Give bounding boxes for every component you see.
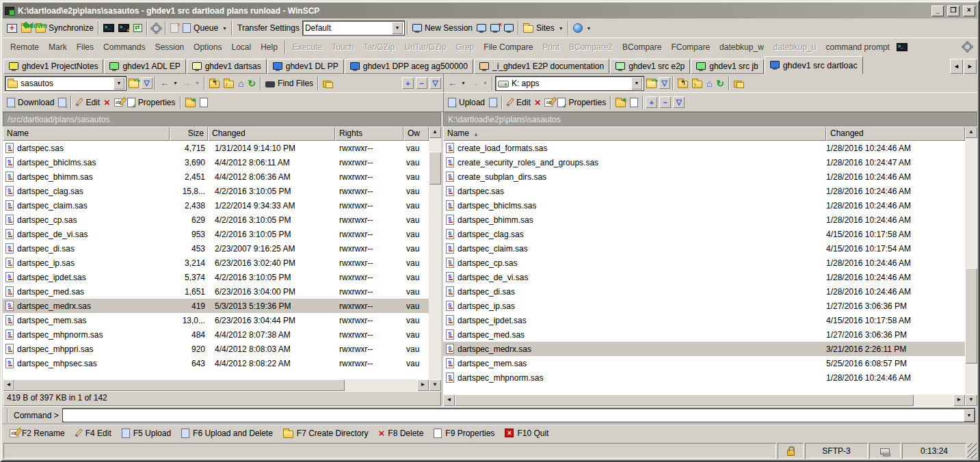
customize-gear-icon[interactable] <box>963 42 972 51</box>
tab-ghdev1-src-jb[interactable]: ghdev1 src jb <box>691 59 763 74</box>
fkey-create-directory[interactable]: F7 Create Directory <box>283 429 369 438</box>
file-row-dartspec-mhpnorm-sas[interactable]: dartspec_mhpnorm.sas4844/4/2012 8:07:38 … <box>3 327 429 342</box>
custom-command-command-prompt[interactable]: command prompt <box>821 40 895 54</box>
download-options-button[interactable]: ↓ <box>56 96 68 109</box>
scroll-right-icon[interactable]: ► <box>953 394 965 406</box>
left-new-folder-button[interactable]: ✶ <box>183 96 198 109</box>
menu-remote[interactable]: Remote <box>5 40 44 54</box>
file-row-dartspec-sas[interactable]: dartspec.sas4,7151/31/2014 9:14:10 PMrwx… <box>3 141 429 155</box>
file-row-dartspec-clag-sas[interactable]: dartspec_clag.sas15,8...4/2/2016 3:10:05… <box>3 184 429 198</box>
maximize-button[interactable]: ❐ <box>947 5 959 16</box>
right-forward-button[interactable]: →▼ <box>468 77 490 90</box>
file-row-dartspec-med-sas[interactable]: dartspec_med.sas1/27/2016 3:06:36 PM <box>443 327 965 342</box>
command-input[interactable] <box>63 409 964 421</box>
fkey-upload[interactable]: F5 Upload <box>122 429 171 438</box>
left-root-dir-button[interactable]: / <box>222 77 236 90</box>
file-row-dartspec-bhimm-sas[interactable]: dartspec_bhimm.sas2,4514/4/2012 8:06:36 … <box>3 169 429 184</box>
fkey-rename[interactable]: F2 Rename <box>10 429 65 438</box>
left-refresh-button[interactable]: ↻ <box>246 78 258 89</box>
scroll-down-icon[interactable]: ▼ <box>965 394 977 406</box>
file-row-dartspec-sas[interactable]: dartspec.sas1/28/2016 10:24:46 AM <box>443 184 965 198</box>
right-open-in-explorer-button[interactable] <box>628 96 640 109</box>
left-follow-link-button[interactable] <box>321 77 335 90</box>
fkey-quit[interactable]: ×F10 Quit <box>505 429 548 438</box>
scroll-right-icon[interactable]: ► <box>417 379 429 391</box>
left-columns-filter-button[interactable]: ▽ <box>429 77 441 89</box>
local-horizontal-scrollbar[interactable]: ◄ ► <box>443 394 965 406</box>
file-row-dartspec-bhiclms-sas[interactable]: dartspec_bhiclms.sas3,6904/4/2012 8:06:1… <box>3 155 429 169</box>
tab-ghdev1-src-dartloac[interactable]: ghdev1 src dartloac <box>765 56 863 74</box>
chevron-down-icon[interactable]: ▼ <box>114 77 124 90</box>
tab-ghdev1-projectnotes[interactable]: ghdev1 ProjectNotes <box>3 59 103 74</box>
menu-help[interactable]: Help <box>256 40 282 54</box>
file-row-dartspec-di-sas[interactable]: dartspec_di.sas4532/23/2007 9:16:25 AMrw… <box>3 241 429 256</box>
file-row-create-subplan-dirs-sas[interactable]: create_subplan_dirs.sas1/28/2016 10:24:4… <box>443 169 965 184</box>
file-row-dartspec-clag-sas[interactable]: dartspec_clag.sas4/15/2016 10:17:58 AM <box>443 227 965 241</box>
right-open-directory-button[interactable]: ↷ <box>644 77 659 90</box>
right-root-dir-button[interactable]: \ <box>690 77 704 90</box>
preferences-button[interactable] <box>150 23 163 34</box>
left-forward-button[interactable]: →▼ <box>180 77 202 90</box>
right-parent-dir-button[interactable]: ↰ <box>676 77 690 90</box>
updates-button[interactable]: ▼ <box>571 22 594 34</box>
tab-ghdev1-src-e2p[interactable]: ghdev1 src e2p <box>610 59 690 74</box>
find-files-button[interactable]: Find Files <box>263 77 315 90</box>
right-new-folder-button[interactable]: ✶ <box>613 96 628 109</box>
file-row-dartspec-de-vi-sas[interactable]: dartspec_de_vi.sas1/28/2016 10:24:46 AM <box>443 270 965 284</box>
right-refresh-button[interactable]: ↻ <box>714 78 726 89</box>
file-row-dartspec-mhppri-sas[interactable]: dartspec_mhppri.sas9204/4/2012 8:08:03 A… <box>3 342 429 356</box>
protocol-cell[interactable]: SFTP-3 <box>805 443 868 459</box>
file-row-dartspec-bhiclms-sas[interactable]: dartspec_bhiclms.sas1/28/2016 10:24:46 A… <box>443 198 965 213</box>
right-back-button[interactable]: ←▼ <box>446 77 468 90</box>
column-header-name[interactable]: Name▲ <box>443 126 826 141</box>
transfer-settings-combobox[interactable]: Default ▼ <box>302 21 405 36</box>
scroll-down-icon[interactable]: ▼ <box>429 379 441 391</box>
file-row-dartspec-med-sas[interactable]: dartspec_med.sas1,6516/23/2016 3:04:00 P… <box>3 284 429 299</box>
minimize-button[interactable]: _ <box>931 5 944 16</box>
left-rename-button[interactable] <box>112 97 125 108</box>
scrollbar-thumb[interactable] <box>14 379 345 391</box>
right-remove-column-button[interactable]: − <box>659 96 671 108</box>
synchronize-button[interactable]: �down Synchronize <box>34 22 96 34</box>
file-row-dartspec-di-sas[interactable]: dartspec_di.sas1/28/2016 10:24:46 AM <box>443 284 965 299</box>
menu-files[interactable]: Files <box>72 40 98 54</box>
local-vertical-scrollbar[interactable]: ▲ ▼ <box>965 126 977 406</box>
file-row-dartspec-ipdet-sas[interactable]: dartspec_ipdet.sas5,3744/2/2016 3:10:05 … <box>3 270 429 284</box>
left-back-button[interactable]: ←▼ <box>158 77 180 90</box>
file-row-create-load-formats-sas[interactable]: create_load_formats.sas1/28/2016 10:24:4… <box>443 141 965 155</box>
close-button[interactable]: × <box>963 5 975 16</box>
download-button[interactable]: ↓ Download <box>5 96 56 109</box>
left-remove-column-button[interactable]: − <box>416 77 427 89</box>
fkey-upload-and-delete[interactable]: F6 Upload and Delete <box>181 429 273 438</box>
command-prompt-button[interactable] <box>895 42 910 53</box>
file-row-dartspec-ip-sas[interactable]: dartspec_ip.sas1/27/2016 3:06:36 PM <box>443 299 965 313</box>
new-session-button[interactable]: New Session <box>410 22 475 34</box>
custom-command-fcompare[interactable]: FCompare <box>666 40 715 54</box>
file-row-dartspec-mhpsec-sas[interactable]: dartspec_mhpsec.sas6434/4/2012 8:08:22 A… <box>3 356 429 370</box>
scroll-left-icon[interactable]: ◄ <box>3 379 14 391</box>
menu-session[interactable]: Session <box>150 40 189 54</box>
column-header-changed[interactable]: Changed <box>208 126 335 141</box>
right-delete-button[interactable]: × <box>533 96 543 109</box>
right-properties-button[interactable]: ✓ Properties <box>555 96 608 109</box>
close-session-button[interactable]: × <box>488 23 502 34</box>
scrollbar-thumb[interactable] <box>455 394 914 406</box>
left-properties-button[interactable]: ✓ Properties <box>125 96 178 109</box>
session-time-cell[interactable]: 0:13:24 <box>902 443 966 459</box>
run-command-button[interactable]: ⚡︎ <box>116 23 131 33</box>
right-follow-link-button[interactable] <box>732 77 746 90</box>
left-directory-combobox[interactable]: sasautos ▼ <box>5 76 127 91</box>
chevron-down-icon[interactable]: ▼ <box>964 409 975 422</box>
file-row-create-security-roles-and-groups-sas[interactable]: create_security_roles_and_groups.sas1/28… <box>443 155 965 169</box>
network-cell[interactable] <box>869 443 901 459</box>
right-edit-button[interactable]: Edit <box>505 96 533 109</box>
right-columns-filter-button[interactable]: ▽ <box>673 96 685 108</box>
scrollbar-thumb[interactable] <box>429 152 441 185</box>
local-path-label[interactable]: K:\dartload\e2p\plans\sasautos <box>443 112 977 126</box>
file-row-dartspec-bhimm-sas[interactable]: dartspec_bhimm.sas1/28/2016 10:24:46 AM <box>443 213 965 227</box>
duplicate-session-button[interactable] <box>475 23 488 34</box>
fkey-delete[interactable]: ×F8 Delete <box>379 429 424 438</box>
file-row-dartspec-cp-sas[interactable]: dartspec_cp.sas1/28/2016 10:24:46 AM <box>443 256 965 270</box>
left-edit-button[interactable]: Edit <box>74 96 102 109</box>
chevron-down-icon[interactable]: ▼ <box>631 77 642 90</box>
